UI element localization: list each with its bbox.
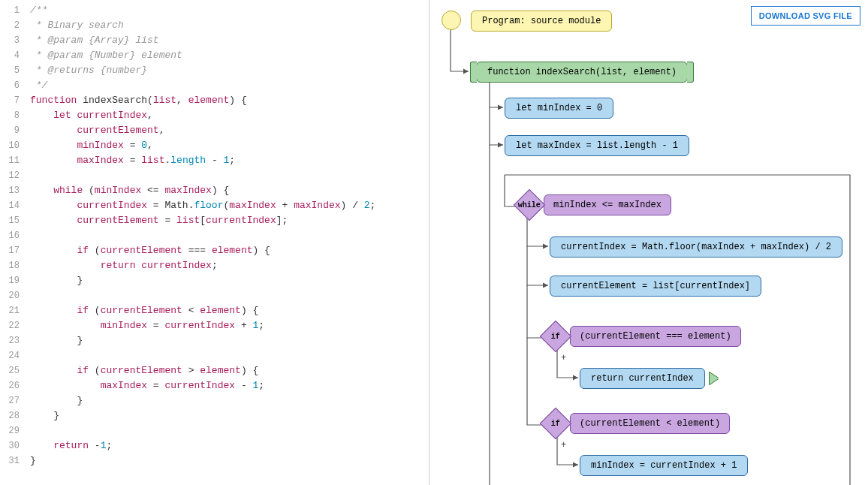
branch-plus-mark: + <box>561 440 566 450</box>
code-line[interactable]: minIndex = currentIndex + 1; <box>30 318 375 333</box>
flow-node-let-min: let minIndex = 0 <box>505 98 613 119</box>
code-line[interactable]: } <box>30 333 375 348</box>
flow-node-program: Program: source module <box>471 11 612 32</box>
flowchart-pane: DOWNLOAD SVG FILE <box>429 0 868 485</box>
flow-node-if-eq: if (currentElement === element) <box>544 325 741 348</box>
code-line[interactable] <box>30 348 375 363</box>
code-line[interactable] <box>30 288 375 303</box>
code-line[interactable]: } <box>30 408 375 423</box>
flow-node-while: while minIndex <= maxIndex <box>518 194 671 216</box>
code-line[interactable]: } <box>30 453 375 468</box>
code-line[interactable]: currentElement, <box>30 123 375 138</box>
code-line[interactable]: * @param {Array} list <box>30 33 375 48</box>
flow-node-let-max: let maxIndex = list.length - 1 <box>505 135 689 156</box>
code-line[interactable]: function indexSearch(list, element) { <box>30 93 375 108</box>
flow-node-function: function indexSearch(list, element) <box>476 62 688 83</box>
code-line[interactable]: if (currentElement === element) { <box>30 243 375 258</box>
code-line[interactable]: return -1; <box>30 438 375 453</box>
code-line[interactable]: if (currentElement < element) { <box>30 303 375 318</box>
flow-node-if-lt: if (currentElement < element) <box>544 412 730 435</box>
flow-start-circle <box>442 11 461 30</box>
code-line[interactable]: } <box>30 273 375 288</box>
code-line[interactable]: currentElement = list[currentIndex]; <box>30 213 375 228</box>
code-line[interactable]: } <box>30 393 375 408</box>
return-arrow-icon <box>710 372 719 384</box>
code-line[interactable]: * Binary search <box>30 18 375 33</box>
code-line[interactable]: return currentIndex; <box>30 258 375 273</box>
branch-plus-mark: + <box>561 353 566 363</box>
flow-node-current-index: currentIndex = Math.floor(maxIndex + max… <box>550 236 842 258</box>
code-line[interactable]: while (minIndex <= maxIndex) { <box>30 183 375 198</box>
flow-node-min-assign: minIndex = currentIndex + 1 <box>580 455 748 476</box>
code-line[interactable] <box>30 423 375 438</box>
code-line[interactable]: * @returns {number} <box>30 63 375 78</box>
code-line[interactable]: if (currentElement > element) { <box>30 363 375 378</box>
code-line[interactable] <box>30 168 375 183</box>
code-line[interactable]: maxIndex = currentIndex - 1; <box>30 378 375 393</box>
diamond-icon: if <box>540 408 571 439</box>
flow-node-return: return currentIndex <box>580 368 719 389</box>
diamond-icon: if <box>540 321 571 352</box>
code-line[interactable]: maxIndex = list.length - 1; <box>30 153 375 168</box>
code-content[interactable]: /** * Binary search * @param {Array} lis… <box>24 0 375 468</box>
flow-node-current-element: currentElement = list[currentIndex] <box>550 276 761 297</box>
code-line[interactable]: minIndex = 0, <box>30 138 375 153</box>
code-line[interactable]: /** <box>30 3 375 18</box>
diamond-icon: while <box>514 189 545 221</box>
code-line[interactable]: let currentIndex, <box>30 108 375 123</box>
code-line[interactable]: currentIndex = Math.floor(maxIndex + max… <box>30 198 375 213</box>
code-line[interactable]: * @param {Number} element <box>30 48 375 63</box>
code-line[interactable]: */ <box>30 78 375 93</box>
line-number-gutter: 1234567891011121314151617181920212223242… <box>0 0 24 468</box>
code-pane: 1234567891011121314151617181920212223242… <box>0 0 429 485</box>
code-line[interactable] <box>30 228 375 243</box>
